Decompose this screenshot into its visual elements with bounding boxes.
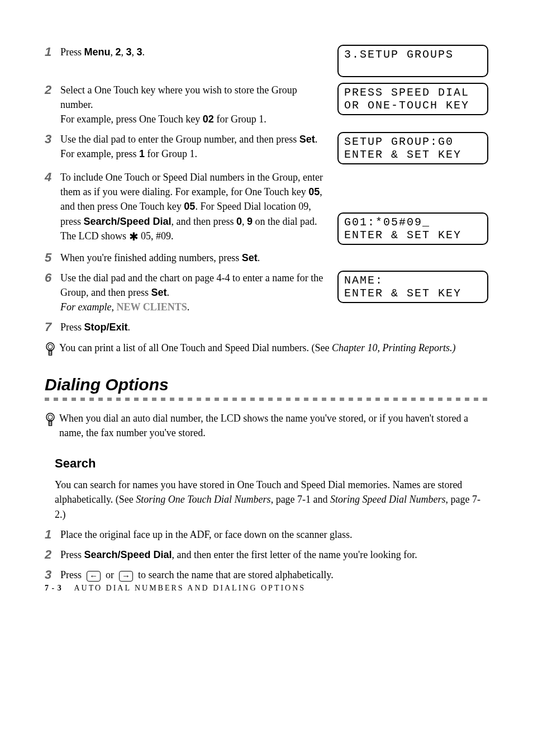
step-text: Press Menu, 2, 3, 3. bbox=[60, 45, 337, 59]
step-item: 5When you're finished adding numbers, pr… bbox=[45, 251, 488, 265]
tip-print-list: You can print a list of all One Touch an… bbox=[45, 341, 488, 362]
lcd-display: G01:*05#09_ ENTER & SET KEY bbox=[337, 212, 488, 245]
step-number: 7 bbox=[45, 320, 60, 334]
step-item: 6Use the dial pad and the chart on page … bbox=[45, 271, 488, 314]
tip-text: When you dial an auto dial number, the L… bbox=[59, 411, 488, 440]
step-item: 1Place the original face up in the ADF, … bbox=[45, 527, 488, 542]
lcd-display: SETUP GROUP:G0 ENTER & SET KEY bbox=[337, 132, 488, 164]
step-text: Select a One Touch key where you wish to… bbox=[60, 83, 337, 126]
section-heading-dialing-options: Dialing Options bbox=[45, 372, 488, 397]
step-number: 6 bbox=[45, 271, 60, 285]
lcd-display: PRESS SPEED DIAL OR ONE-TOUCH KEY bbox=[337, 83, 488, 115]
dotted-rule bbox=[45, 398, 488, 401]
step-number: 4 bbox=[45, 170, 60, 185]
step-text: Use the dial pad to enter the Group numb… bbox=[60, 132, 337, 161]
step-item: 1Press Menu, 2, 3, 3.3.SETUP GROUPS bbox=[45, 45, 488, 77]
tip-dial-lcd: When you dial an auto dial number, the L… bbox=[45, 411, 488, 440]
steps-group-a: 1Press Menu, 2, 3, 3.3.SETUP GROUPS 2Sel… bbox=[45, 45, 488, 335]
step-text: Press Stop/Exit. bbox=[60, 320, 488, 334]
lcd-column: NAME: ENTER & SET KEY bbox=[337, 271, 488, 303]
footer-title: AUTO DIAL NUMBERS AND DIALING OPTIONS bbox=[74, 584, 306, 592]
page-footer: 7 - 3 AUTO DIAL NUMBERS AND DIALING OPTI… bbox=[45, 583, 306, 594]
step-item: 7Press Stop/Exit. bbox=[45, 320, 488, 334]
step-text: Press Search/Speed Dial, and then enter … bbox=[60, 547, 488, 562]
svg-point-1 bbox=[48, 344, 53, 349]
step-number: 3 bbox=[45, 568, 60, 582]
step-number: 3 bbox=[45, 132, 60, 147]
search-paragraph: You can search for names you have stored… bbox=[55, 478, 488, 521]
lcd-column: SETUP GROUP:G0 ENTER & SET KEY bbox=[337, 132, 488, 164]
step-text: To include One Touch or Speed Dial numbe… bbox=[60, 170, 337, 244]
step-number: 1 bbox=[45, 45, 60, 59]
step-item: 3Press ← or → to search the name that ar… bbox=[45, 568, 488, 582]
svg-point-0 bbox=[46, 343, 54, 351]
step-item: 3Use the dial pad to enter the Group num… bbox=[45, 132, 488, 164]
lcd-column: PRESS SPEED DIAL OR ONE-TOUCH KEY bbox=[337, 83, 488, 115]
lightbulb-icon bbox=[45, 411, 59, 433]
step-text: Use the dial pad and the chart on page 4… bbox=[60, 271, 337, 314]
step-text: When you're finished adding numbers, pre… bbox=[60, 251, 488, 265]
page-number: 7 - 3 bbox=[45, 584, 62, 592]
step-number: 5 bbox=[45, 251, 60, 265]
tip-text: You can print a list of all One Touch an… bbox=[59, 341, 488, 355]
lightbulb-icon bbox=[45, 341, 59, 362]
step-text: Place the original face up in the ADF, o… bbox=[60, 527, 488, 542]
step-item: 2Press Search/Speed Dial, and then enter… bbox=[45, 547, 488, 562]
lcd-display: 3.SETUP GROUPS bbox=[337, 45, 488, 77]
step-number: 2 bbox=[45, 547, 60, 562]
step-item: 4To include One Touch or Speed Dial numb… bbox=[45, 170, 488, 244]
step-text: Press ← or → to search the name that are… bbox=[60, 568, 488, 582]
svg-point-5 bbox=[46, 413, 54, 421]
lcd-display: NAME: ENTER & SET KEY bbox=[337, 271, 488, 303]
step-item: 2Select a One Touch key where you wish t… bbox=[45, 83, 488, 126]
steps-group-b: 1Place the original face up in the ADF, … bbox=[45, 527, 488, 583]
subsection-heading-search: Search bbox=[55, 455, 488, 472]
step-number: 2 bbox=[45, 83, 60, 97]
step-number: 1 bbox=[45, 527, 60, 542]
svg-point-6 bbox=[48, 415, 53, 419]
lcd-column: 3.SETUP GROUPS bbox=[337, 45, 488, 77]
lcd-column: G01:*05#09_ ENTER & SET KEY bbox=[337, 170, 488, 244]
